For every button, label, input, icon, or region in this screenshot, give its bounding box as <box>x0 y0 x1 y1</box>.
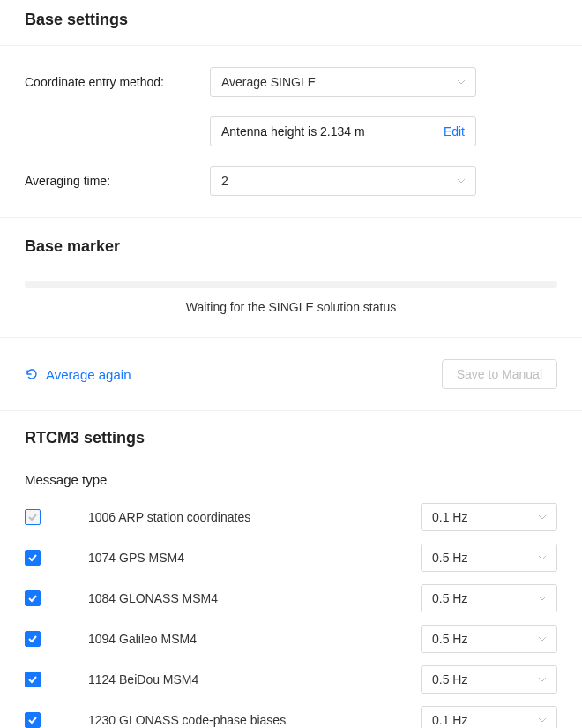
average-again-button[interactable]: Average again <box>25 367 131 382</box>
progress-bar <box>25 281 557 288</box>
coord-method-label: Coordinate entry method: <box>25 75 210 89</box>
message-checkbox[interactable] <box>25 590 41 606</box>
message-checkbox[interactable] <box>25 550 41 566</box>
message-frequency-select[interactable]: 0.5 Hz <box>421 544 557 572</box>
chevron-down-icon <box>537 512 548 522</box>
antenna-height-field: Antenna height is 2.134 m Edit <box>210 116 476 146</box>
message-row: 1230 GLONASS code-phase biases0.1 Hz <box>25 706 557 728</box>
chevron-down-icon <box>537 552 548 563</box>
averaging-time-value: 2 <box>221 174 228 188</box>
chevron-down-icon <box>537 674 548 685</box>
message-frequency-select[interactable]: 0.5 Hz <box>421 584 557 612</box>
message-frequency-select[interactable]: 0.1 Hz <box>421 706 557 728</box>
message-frequency-value: 0.1 Hz <box>432 713 467 727</box>
message-frequency-select[interactable]: 0.5 Hz <box>421 665 557 694</box>
message-frequency-select[interactable]: 0.5 Hz <box>421 625 557 653</box>
save-to-manual-button[interactable]: Save to Manual <box>442 359 557 389</box>
message-frequency-value: 0.5 Hz <box>432 591 467 605</box>
chevron-down-icon <box>537 715 548 725</box>
message-row: 1124 BeiDou MSM40.5 Hz <box>25 665 557 694</box>
message-checkbox[interactable] <box>25 631 41 647</box>
message-label: 1124 BeiDou MSM4 <box>88 672 421 687</box>
coord-method-select[interactable]: Average SINGLE <box>210 67 476 97</box>
message-frequency-value: 0.1 Hz <box>432 510 467 524</box>
message-type-subheading: Message type <box>25 472 557 487</box>
message-checkbox[interactable] <box>25 672 41 687</box>
message-checkbox <box>25 509 41 525</box>
message-checkbox[interactable] <box>25 712 41 728</box>
message-row: 1006 ARP station coordinates0.1 Hz <box>25 503 557 531</box>
message-row: 1094 Galileo MSM40.5 Hz <box>25 625 557 653</box>
message-label: 1006 ARP station coordinates <box>88 510 421 524</box>
rtcm3-heading: RTCM3 settings <box>25 429 557 463</box>
chevron-down-icon <box>537 593 548 604</box>
message-row: 1074 GPS MSM40.5 Hz <box>25 544 557 572</box>
base-marker-heading: Base marker <box>25 218 557 272</box>
message-label: 1094 Galileo MSM4 <box>88 632 421 646</box>
chevron-down-icon <box>456 176 466 186</box>
antenna-edit-link[interactable]: Edit <box>444 124 465 139</box>
average-again-label: Average again <box>46 367 131 382</box>
message-frequency-value: 0.5 Hz <box>432 672 467 687</box>
message-frequency-value: 0.5 Hz <box>432 551 467 565</box>
coord-method-value: Average SINGLE <box>221 75 316 89</box>
averaging-time-label: Averaging time: <box>25 174 210 188</box>
chevron-down-icon <box>456 77 466 87</box>
antenna-height-text: Antenna height is 2.134 m <box>221 124 365 139</box>
message-frequency-value: 0.5 Hz <box>432 632 467 646</box>
refresh-icon <box>25 367 39 381</box>
solution-status-text: Waiting for the SINGLE solution status <box>25 300 557 314</box>
message-label: 1230 GLONASS code-phase biases <box>88 713 421 727</box>
base-settings-heading: Base settings <box>25 4 582 45</box>
message-row: 1084 GLONASS MSM40.5 Hz <box>25 584 557 612</box>
message-label: 1074 GPS MSM4 <box>88 551 421 565</box>
chevron-down-icon <box>537 634 548 644</box>
averaging-time-select[interactable]: 2 <box>210 166 476 196</box>
message-frequency-select[interactable]: 0.1 Hz <box>421 503 557 531</box>
message-label: 1084 GLONASS MSM4 <box>88 591 421 605</box>
